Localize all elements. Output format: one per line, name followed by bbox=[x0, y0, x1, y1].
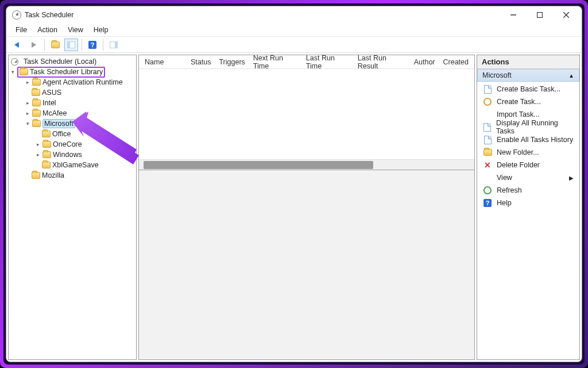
menubar: File Action View Help bbox=[6, 24, 582, 36]
column-headers[interactable]: Name Status Triggers Next Run Time Last … bbox=[139, 55, 474, 69]
folder-icon bbox=[483, 148, 492, 157]
list-icon bbox=[483, 122, 492, 132]
folder-icon bbox=[42, 141, 51, 148]
col-created[interactable]: Created bbox=[443, 58, 469, 66]
actions-context[interactable]: Microsoft ▲ bbox=[477, 69, 579, 82]
tree-item-microsoft[interactable]: ▾Microsoft bbox=[9, 118, 136, 129]
workspace: Task Scheduler (Local) ▾ Task Scheduler … bbox=[6, 53, 582, 362]
col-name[interactable]: Name bbox=[145, 58, 183, 66]
collapse-icon[interactable]: ▲ bbox=[568, 72, 574, 79]
tree-library[interactable]: ▾ Task Scheduler Library bbox=[9, 67, 136, 77]
chevron-right-icon[interactable]: ▸ bbox=[25, 110, 30, 116]
close-button[interactable] bbox=[553, 6, 579, 24]
help-icon: ? bbox=[483, 198, 492, 208]
up-button[interactable] bbox=[48, 39, 62, 51]
action-view[interactable]: View▶ bbox=[477, 171, 579, 184]
task-scheduler-window: Task Scheduler File Action View Help ? bbox=[6, 6, 582, 362]
toolbar-sep bbox=[44, 39, 45, 51]
chevron-right-icon[interactable]: ▸ bbox=[35, 141, 41, 147]
col-status[interactable]: Status bbox=[191, 58, 211, 66]
wizard-icon bbox=[483, 85, 492, 94]
chevron-right-icon: ▶ bbox=[569, 175, 574, 181]
delete-icon: ✕ bbox=[483, 160, 492, 170]
actions-context-label: Microsoft bbox=[482, 71, 512, 79]
action-delete-folder[interactable]: ✕Delete Folder bbox=[477, 159, 579, 171]
task-list-pane: Name Status Triggers Next Run Time Last … bbox=[138, 55, 475, 360]
col-lastresult[interactable]: Last Run Result bbox=[358, 54, 406, 70]
folder-icon bbox=[32, 120, 41, 127]
action-create-task[interactable]: Create Task... bbox=[477, 95, 579, 108]
tree-item-intel[interactable]: ▸Intel bbox=[9, 98, 136, 108]
app-clock-icon bbox=[12, 10, 21, 20]
minimize-button[interactable] bbox=[500, 6, 527, 24]
help-button[interactable]: ? bbox=[86, 39, 99, 51]
blank-icon bbox=[483, 173, 492, 182]
folder-icon bbox=[32, 99, 41, 106]
chevron-right-icon[interactable]: ▸ bbox=[25, 100, 30, 106]
folder-icon bbox=[20, 68, 28, 75]
action-create-basic-task[interactable]: Create Basic Task... bbox=[477, 83, 579, 95]
tree-root[interactable]: Task Scheduler (Local) bbox=[9, 56, 136, 67]
show-hide-tree-button[interactable] bbox=[64, 39, 78, 51]
tree-item-mozilla[interactable]: Mozilla bbox=[9, 170, 136, 181]
svg-marker-4 bbox=[14, 42, 19, 48]
col-lastrun[interactable]: Last Run Time bbox=[306, 54, 350, 70]
task-grid-body[interactable] bbox=[139, 69, 474, 159]
chevron-right-icon[interactable]: ▸ bbox=[35, 152, 41, 158]
actions-header: Actions bbox=[477, 55, 579, 69]
svg-rect-9 bbox=[115, 41, 118, 48]
tree-item-onecore[interactable]: ▸OneCore bbox=[9, 139, 136, 150]
tree-item-mcafee[interactable]: ▸McAfee bbox=[9, 108, 136, 118]
col-triggers[interactable]: Triggers bbox=[219, 58, 245, 66]
chevron-down-icon[interactable]: ▾ bbox=[25, 121, 30, 126]
folder-icon bbox=[42, 151, 51, 158]
toolbar-sep bbox=[103, 39, 103, 51]
action-enable-history[interactable]: Enable All Tasks History bbox=[477, 133, 579, 146]
folder-icon bbox=[32, 79, 41, 86]
folder-icon bbox=[32, 172, 40, 179]
task-detail-area bbox=[139, 170, 474, 359]
folder-icon bbox=[42, 162, 51, 168]
window-title: Task Scheduler bbox=[25, 11, 500, 19]
scrollbar-thumb[interactable] bbox=[144, 161, 373, 169]
import-icon bbox=[483, 110, 492, 119]
history-icon bbox=[483, 135, 492, 144]
tree-item-asus[interactable]: ASUS bbox=[9, 87, 136, 98]
back-button[interactable] bbox=[11, 39, 25, 51]
menu-help[interactable]: Help bbox=[89, 25, 113, 35]
show-hide-actions-button[interactable] bbox=[107, 39, 121, 51]
col-author[interactable]: Author bbox=[414, 58, 435, 66]
clock-icon bbox=[11, 58, 18, 66]
menu-view[interactable]: View bbox=[63, 25, 88, 35]
svg-marker-5 bbox=[32, 42, 36, 48]
menu-action[interactable]: Action bbox=[33, 25, 62, 35]
toolbar: ? bbox=[6, 37, 582, 53]
refresh-icon bbox=[483, 186, 492, 195]
tree-pane[interactable]: Task Scheduler (Local) ▾ Task Scheduler … bbox=[8, 55, 137, 360]
chevron-right-icon[interactable]: ▸ bbox=[25, 79, 30, 85]
folder-icon bbox=[32, 89, 40, 96]
maximize-button[interactable] bbox=[527, 6, 553, 24]
toolbar-sep bbox=[82, 39, 82, 51]
tree-item-office[interactable]: Office bbox=[9, 129, 136, 139]
task-icon bbox=[483, 97, 492, 106]
titlebar[interactable]: Task Scheduler bbox=[6, 6, 582, 24]
tree-item-agent[interactable]: ▸Agent Activation Runtime bbox=[9, 77, 136, 87]
chevron-down-icon[interactable]: ▾ bbox=[10, 69, 16, 75]
action-help[interactable]: ?Help bbox=[477, 197, 579, 209]
col-nextrun[interactable]: Next Run Time bbox=[253, 54, 298, 70]
tree-item-windows[interactable]: ▸Windows bbox=[9, 150, 136, 160]
svg-rect-7 bbox=[67, 41, 70, 48]
action-new-folder[interactable]: New Folder... bbox=[477, 146, 579, 159]
folder-icon bbox=[32, 110, 41, 117]
action-display-running[interactable]: Display All Running Tasks bbox=[477, 121, 579, 133]
tree-library-label: Task Scheduler Library bbox=[30, 68, 103, 76]
actions-pane: Actions Microsoft ▲ Create Basic Task...… bbox=[477, 55, 580, 360]
tree-item-xbl[interactable]: XblGameSave bbox=[9, 160, 136, 170]
menu-file[interactable]: File bbox=[11, 25, 32, 35]
forward-button[interactable] bbox=[27, 39, 41, 51]
action-refresh[interactable]: Refresh bbox=[477, 184, 579, 197]
folder-icon bbox=[42, 131, 51, 137]
svg-rect-1 bbox=[537, 13, 543, 18]
horizontal-scrollbar[interactable] bbox=[139, 159, 474, 170]
